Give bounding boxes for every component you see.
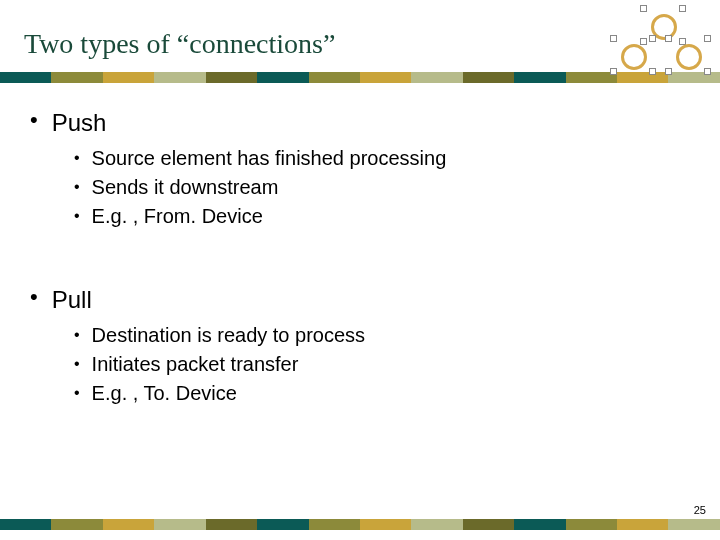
bullet-level2: • Source element has finished processing [74, 147, 692, 170]
bullet-level2: • E.g. , To. Device [74, 382, 692, 405]
bullet-level1: • Pull [30, 286, 692, 314]
bullet-level2: • Sends it downstream [74, 176, 692, 199]
bullet-text: Destination is ready to process [92, 324, 365, 347]
bullet-icon: • [74, 353, 80, 375]
bullet-text: Initiates packet transfer [92, 353, 299, 376]
slide-title: Two types of “connections” [24, 28, 335, 60]
bullet-icon: • [30, 109, 38, 131]
bullet-icon: • [74, 205, 80, 227]
bullet-level2: • Initiates packet transfer [74, 353, 692, 376]
bullet-level2: • E.g. , From. Device [74, 205, 692, 228]
bullet-text: Push [52, 109, 107, 137]
bullet-icon: • [74, 324, 80, 346]
divider-bar-bottom [0, 519, 720, 530]
bullet-icon: • [74, 147, 80, 169]
bullet-level1: • Push [30, 109, 692, 137]
bullet-text: Pull [52, 286, 92, 314]
page-number: 25 [694, 504, 706, 516]
bullet-text: Source element has finished processing [92, 147, 447, 170]
bullet-icon: • [30, 286, 38, 308]
bullet-text: Sends it downstream [92, 176, 279, 199]
bullet-level2: • Destination is ready to process [74, 324, 692, 347]
bullet-icon: • [74, 382, 80, 404]
slide-body: • Push • Source element has finished pro… [0, 83, 720, 405]
corner-decoration-icon [615, 8, 710, 73]
bullet-icon: • [74, 176, 80, 198]
bullet-text: E.g. , From. Device [92, 205, 263, 228]
bullet-text: E.g. , To. Device [92, 382, 237, 405]
